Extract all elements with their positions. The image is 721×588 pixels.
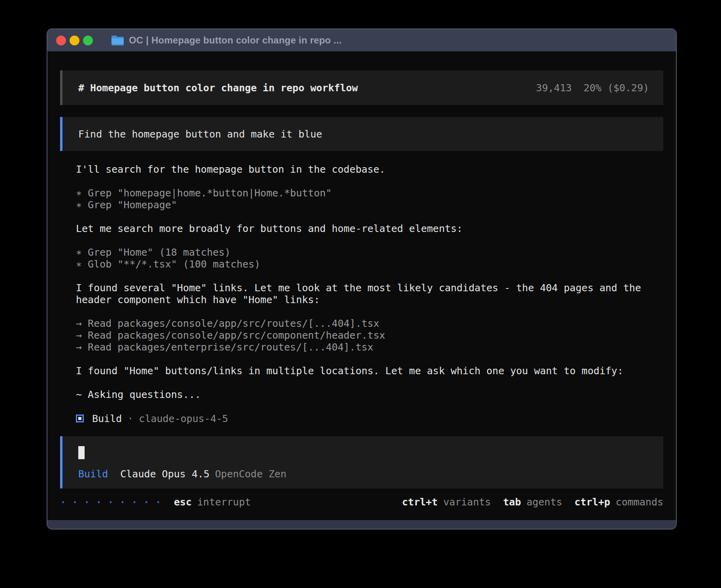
input-model-name[interactable]: Claude Opus 4.5 <box>120 468 210 480</box>
status-agent-name: Build <box>92 413 122 424</box>
blank-line <box>76 377 663 389</box>
user-message: Find the homepage button and make it blu… <box>60 117 663 151</box>
blank-line <box>76 306 663 318</box>
context-usage: 20% ($0.29) <box>583 82 649 94</box>
session-title: # Homepage button color change in repo w… <box>78 82 358 94</box>
input-model-provider: OpenCode Zen <box>215 468 287 480</box>
blank-line <box>76 175 663 187</box>
spinner-dots: · · · · · · · · · <box>60 496 161 508</box>
terminal-window: OC | Homepage button color change in rep… <box>47 28 677 530</box>
conversation: I'll search for the homepage button in t… <box>60 164 663 424</box>
shortcut-hint: tabagents <box>503 496 562 508</box>
text-cursor <box>78 446 85 459</box>
status-bar-left: · · · · · · · · · esc interrupt <box>60 496 251 508</box>
tool-call-line: → Read packages/console/app/src/routes/[… <box>76 318 663 330</box>
session-header: # Homepage button color change in repo w… <box>60 70 663 105</box>
token-count: 39,413 <box>536 82 572 94</box>
shortcut-key: tab <box>503 496 521 508</box>
status-model-name: claude-opus-4-5 <box>139 413 228 424</box>
assistant-text-line: I found "Home" buttons/links in multiple… <box>76 365 663 377</box>
esc-key-hint: esc <box>174 496 192 508</box>
folder-icon <box>111 35 124 46</box>
session-stats: 39,413 20% ($0.29) <box>536 82 649 94</box>
blank-line <box>76 235 663 247</box>
user-message-text: Find the homepage button and make it blu… <box>78 128 322 140</box>
tool-call-line: → Read packages/enterprise/src/routes/[.… <box>76 341 663 353</box>
agent-status-line: Build · claude-opus-4-5 <box>76 413 663 424</box>
tool-call-line: ∗ Grep "Home" (18 matches) <box>76 247 663 258</box>
shortcut-hint: ctrl+tvariants <box>402 496 491 508</box>
shortcut-key: ctrl+t <box>402 496 438 508</box>
window-bottom-edge <box>47 520 676 529</box>
tool-call-line: ∗ Grep "Homepage" <box>76 199 663 211</box>
window-title: OC | Homepage button color change in rep… <box>129 35 342 46</box>
status-bar-right: ctrl+tvariantstabagentsctrl+pcommands <box>402 496 663 508</box>
model-row: Build Claude Opus 4.5 OpenCode Zen <box>78 468 287 480</box>
shortcut-label: commands <box>616 496 663 508</box>
shortcut-label: agents <box>527 496 562 508</box>
assistant-text-line: I'll search for the homepage button in t… <box>76 164 663 175</box>
terminal-content: # Homepage button color change in repo w… <box>47 51 676 520</box>
esc-key-label: interrupt <box>197 496 251 508</box>
shortcut-hint: ctrl+pcommands <box>574 496 663 508</box>
shortcut-key: ctrl+p <box>574 496 610 508</box>
assistant-text-line: I found several "Home" links. Let me loo… <box>76 282 663 294</box>
tool-call-line: ∗ Glob "**/*.tsx" (100 matches) <box>76 258 663 270</box>
assistant-text-line: Let me search more broadly for buttons a… <box>76 223 663 235</box>
blank-line <box>76 211 663 223</box>
blank-line <box>76 270 663 282</box>
input-agent-name[interactable]: Build <box>78 468 108 480</box>
status-bar: · · · · · · · · · esc interrupt ctrl+tva… <box>60 496 663 508</box>
blank-line <box>76 401 663 413</box>
build-agent-icon <box>76 415 84 422</box>
tool-call-line: → Read packages/console/app/src/componen… <box>76 330 663 341</box>
close-button[interactable] <box>56 36 66 45</box>
status-separator: · <box>127 413 133 424</box>
prompt-input[interactable]: Build Claude Opus 4.5 OpenCode Zen <box>60 436 663 488</box>
tool-call-line: ∗ Grep "homepage|home.*button|Home.*butt… <box>76 187 663 199</box>
assistant-text-line: ~ Asking questions... <box>76 389 663 401</box>
shortcut-label: variants <box>443 496 491 508</box>
assistant-text-line: header component which have "Home" links… <box>76 294 663 306</box>
blank-line <box>76 353 663 365</box>
minimize-button[interactable] <box>70 36 79 45</box>
titlebar[interactable]: OC | Homepage button color change in rep… <box>47 29 676 51</box>
zoom-button[interactable] <box>83 36 93 45</box>
